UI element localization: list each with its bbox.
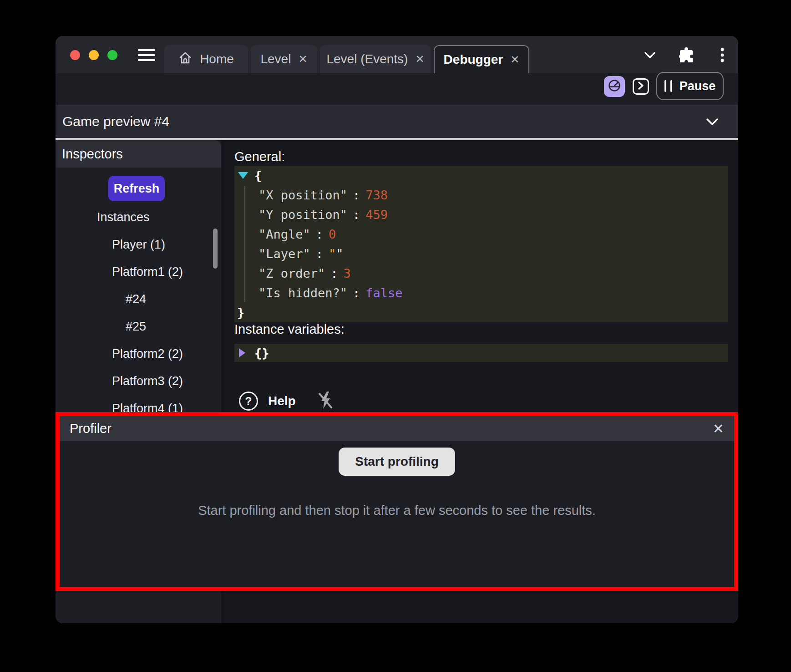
profiler-body: Start profiling Start profiling and then… [60, 441, 734, 518]
tab-level-events[interactable]: Level (Events) ✕ [320, 45, 431, 73]
json-property-row: "Is hidden?":false [234, 283, 728, 303]
json-property-row: "Z order":3 [234, 264, 728, 283]
start-profiling-button[interactable]: Start profiling [339, 448, 455, 476]
more-options-kebab-icon[interactable] [720, 47, 725, 65]
property-value: " [329, 247, 336, 261]
help-question-icon[interactable]: ? [239, 392, 258, 411]
json-property-row: "Angle":0 [234, 224, 728, 244]
game-preview-bar[interactable]: Game preview #4 [56, 105, 738, 140]
open-brace: { [254, 168, 262, 183]
json-close-row: } [234, 303, 728, 322]
json-indent-guide [244, 186, 245, 302]
chevron-right-icon [636, 81, 645, 92]
json-property-row: "X position":738 [234, 185, 728, 205]
tab-label: Level (Events) [326, 52, 408, 66]
profiler-panel: Profiler ✕ Start profiling Start profili… [56, 412, 738, 591]
sidebar-scrollbar[interactable] [213, 229, 218, 269]
minimize-window-button[interactable] [89, 50, 99, 60]
main-menu-icon[interactable] [138, 49, 155, 61]
empty-object: {} [254, 346, 269, 360]
general-section-label: General: [234, 149, 285, 164]
property-value: 459 [365, 208, 388, 222]
json-property-row: "Layer":"" [234, 244, 728, 264]
expand-arrow-icon[interactable] [239, 348, 245, 357]
tab-home[interactable]: Home [164, 45, 248, 73]
tree-item-player[interactable]: Player (1) [56, 231, 221, 258]
tab-label: Level [260, 52, 291, 66]
home-icon [178, 51, 193, 68]
app-window: Home Level ✕ Level (Events) ✕ Debugger ✕ [56, 36, 738, 623]
json-property-row: "Y position":459 [234, 205, 728, 224]
tree-item-platform1[interactable]: Platform1 (2) [56, 258, 221, 285]
profiler-gauge-button[interactable] [604, 76, 625, 97]
traffic-lights [70, 50, 117, 60]
profiler-title: Profiler [70, 421, 112, 436]
tab-label: Home [200, 52, 234, 66]
instance-variables-label: Instance variables: [234, 322, 345, 337]
flash-off-icon[interactable] [317, 390, 334, 412]
tab-label: Debugger [444, 52, 503, 67]
pause-icon [664, 80, 672, 92]
close-tab-icon[interactable]: ✕ [298, 53, 307, 66]
instance-variables-viewer: {} [234, 344, 728, 362]
pause-label: Pause [679, 79, 716, 93]
extensions-puzzle-icon[interactable] [678, 47, 694, 64]
help-button[interactable]: Help [268, 394, 296, 408]
close-window-button[interactable] [70, 50, 80, 60]
chevron-down-icon[interactable] [644, 51, 656, 61]
game-preview-title: Game preview #4 [62, 105, 169, 138]
screenshot-canvas: Home Level ✕ Level (Events) ✕ Debugger ✕ [0, 0, 791, 672]
property-value: 738 [365, 188, 388, 202]
property-value: 3 [344, 266, 351, 280]
tab-debugger[interactable]: Debugger ✕ [434, 45, 529, 73]
refresh-button[interactable]: Refresh [108, 176, 165, 201]
close-profiler-icon[interactable]: ✕ [713, 422, 724, 436]
json-root-row: { [234, 166, 728, 185]
tree-item-instance-24[interactable]: #24 [56, 285, 221, 313]
property-value: 0 [329, 227, 336, 241]
tab-level[interactable]: Level ✕ [251, 45, 317, 73]
pause-button[interactable]: Pause [656, 72, 724, 100]
tree-item-platform3[interactable]: Platform3 (2) [56, 367, 221, 395]
inspectors-header: Inspectors [56, 140, 221, 168]
gauge-icon [608, 79, 621, 94]
console-button[interactable] [633, 78, 649, 95]
close-tab-icon[interactable]: ✕ [415, 53, 424, 66]
collapse-arrow-icon[interactable] [238, 172, 248, 179]
tree-item-instance-25[interactable]: #25 [56, 313, 221, 340]
window-titlebar: Home Level ✕ Level (Events) ✕ Debugger ✕ [56, 36, 738, 73]
instances-tree: Instances Player (1) Platform1 (2) #24 #… [56, 204, 221, 422]
close-tab-icon[interactable]: ✕ [510, 53, 519, 66]
profiler-header: Profiler ✕ [60, 416, 734, 441]
property-value: false [365, 286, 402, 300]
tree-item-platform2[interactable]: Platform2 (2) [56, 340, 221, 367]
general-json-viewer: { "X position":738 "Y position":459 "Ang… [234, 166, 728, 322]
help-row: ? Help [239, 392, 334, 411]
tree-item-instances[interactable]: Instances [56, 204, 221, 231]
zoom-window-button[interactable] [107, 50, 117, 60]
close-brace: } [237, 305, 244, 320]
chevron-down-icon[interactable] [705, 117, 719, 128]
profiler-description: Start profiling and then stop it after a… [60, 503, 734, 518]
